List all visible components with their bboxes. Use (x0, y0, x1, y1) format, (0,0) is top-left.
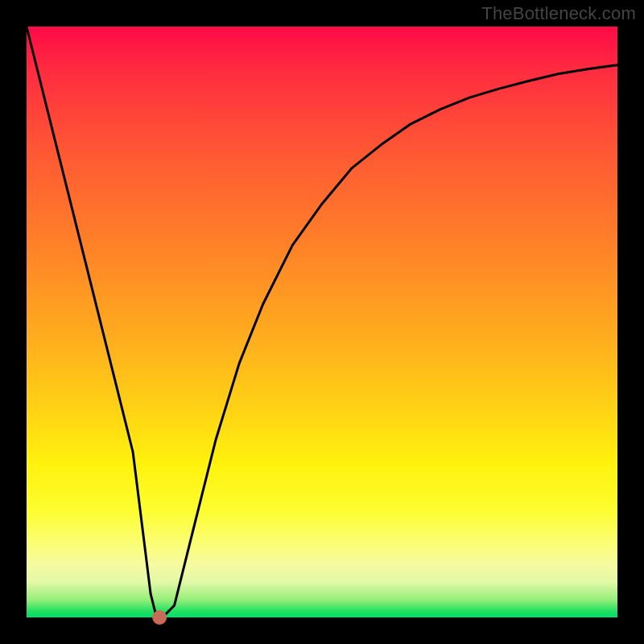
optimum-marker (152, 610, 167, 625)
watermark-text: TheBottleneck.com (481, 3, 636, 24)
chart-container: TheBottleneck.com (0, 0, 644, 644)
plot-area (27, 27, 617, 617)
bottleneck-curve (27, 27, 617, 617)
curve-svg (27, 27, 617, 617)
